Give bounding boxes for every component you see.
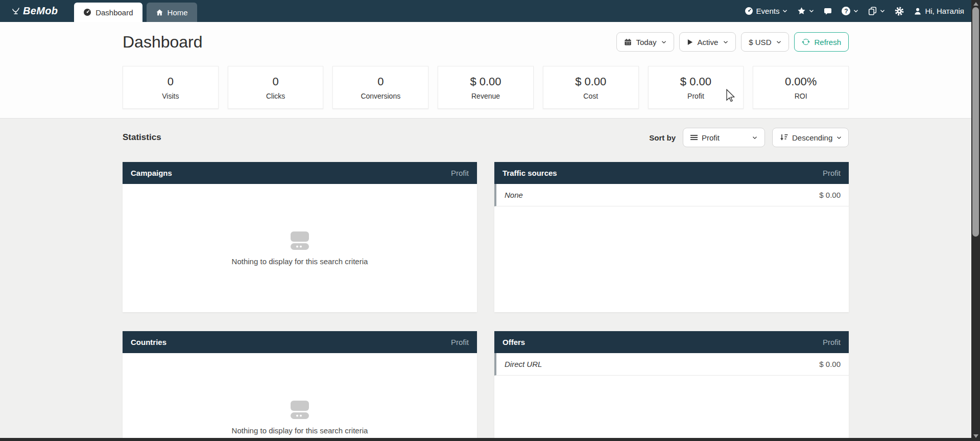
table-row[interactable]: Direct URL $ 0.00	[494, 353, 849, 376]
workspaces-menu[interactable]	[868, 7, 885, 15]
empty-state-text: Nothing to display for this search crite…	[232, 257, 368, 266]
sort-order-select[interactable]: Descending	[772, 128, 849, 147]
sort-field-select[interactable]: Profit	[683, 128, 765, 147]
bemob-logo[interactable]: BeMob	[11, 5, 58, 17]
chevron-down-icon	[782, 9, 787, 13]
empty-cards-icon	[288, 400, 312, 420]
app-viewport: BeMob Dashboard Home Events	[0, 0, 971, 441]
sort-by-label: Sort by	[649, 133, 676, 142]
empty-cards-icon	[288, 230, 312, 251]
status-filter-label: Active	[697, 38, 718, 47]
kpi-value: $ 0.00	[470, 75, 501, 88]
date-range-button[interactable]: Today	[616, 32, 674, 52]
panel-campaigns-header: Campaigns Profit	[123, 162, 477, 184]
kpi-label: Profit	[687, 92, 704, 100]
sort-descending-icon	[780, 134, 788, 141]
kpi-value: 0	[168, 75, 174, 88]
scrollbar-down-arrow[interactable]	[973, 434, 978, 438]
panel-metric: Profit	[823, 338, 841, 346]
row-name: None	[505, 191, 523, 199]
user-icon	[914, 7, 922, 15]
kpi-card-visits: 0 Visits	[123, 66, 219, 109]
navbar-right: Events ?	[745, 7, 971, 16]
panel-metric: Profit	[451, 338, 469, 346]
tab-dashboard-label: Dashboard	[95, 8, 133, 17]
kpi-value: $ 0.00	[680, 75, 711, 88]
panel-traffic-sources: Traffic sources Profit None $ 0.00	[494, 162, 849, 312]
panel-campaigns: Campaigns Profit Nothing to display for …	[123, 162, 477, 312]
panel-offers: Offers Profit Direct URL $ 0.00	[494, 331, 849, 441]
help-menu[interactable]: ?	[842, 7, 858, 15]
statistics-section: Statistics Sort by Profit	[0, 118, 971, 440]
gear-icon	[895, 7, 904, 16]
panel-countries: Countries Profit Nothing to display for …	[123, 331, 477, 441]
panel-metric: Profit	[823, 169, 841, 177]
kpi-label: Clicks	[266, 92, 285, 100]
events-menu[interactable]: Events	[745, 7, 788, 15]
kpi-card-clicks: 0 Clicks	[228, 66, 324, 109]
brand-name: BeMob	[23, 5, 58, 17]
panel-title: Traffic sources	[503, 169, 557, 177]
copy-stack-icon	[868, 7, 877, 15]
window-bottom-edge	[0, 438, 971, 441]
tab-home-label: Home	[168, 8, 188, 17]
sort-order-value: Descending	[792, 133, 832, 142]
favorites-menu[interactable]	[797, 7, 814, 15]
panel-countries-header: Countries Profit	[123, 331, 477, 353]
bemob-logo-icon	[11, 6, 20, 15]
kpi-card-conversions: 0 Conversions	[332, 66, 428, 109]
kpi-cards: 0 Visits 0 Clicks 0 Conversions $ 0.00 R…	[123, 66, 849, 109]
refresh-button[interactable]: Refresh	[794, 32, 849, 52]
page-title: Dashboard	[123, 33, 203, 52]
kpi-value: $ 0.00	[575, 75, 606, 88]
kpi-card-profit: $ 0.00 Profit	[648, 66, 744, 109]
empty-state: Nothing to display for this search crite…	[123, 184, 477, 312]
scrollbar-up-arrow[interactable]	[973, 2, 978, 6]
dashboard-header-section: Dashboard Today	[0, 22, 971, 118]
chevron-down-icon	[752, 136, 757, 140]
scrollbar-thumb[interactable]	[972, 7, 979, 237]
chevron-down-icon	[836, 136, 842, 140]
settings-button[interactable]	[895, 7, 904, 16]
vertical-scrollbar[interactable]	[971, 0, 980, 441]
row-value: $ 0.00	[819, 360, 841, 368]
kpi-card-cost: $ 0.00 Cost	[543, 66, 639, 109]
gauge-icon	[83, 8, 91, 16]
currency-button[interactable]: $ USD	[741, 32, 789, 52]
chevron-down-icon	[776, 40, 781, 44]
chevron-down-icon	[661, 40, 666, 44]
user-menu[interactable]: Hi, Наталія	[914, 7, 964, 15]
play-icon	[687, 39, 693, 45]
currency-label: $ USD	[749, 38, 771, 47]
kpi-value: 0.00%	[785, 75, 817, 88]
events-label: Events	[756, 7, 780, 15]
kpi-label: Revenue	[471, 92, 500, 100]
chat-button[interactable]	[824, 7, 832, 15]
star-icon	[797, 7, 806, 15]
kpi-label: Cost	[583, 92, 598, 100]
table-row[interactable]: None $ 0.00	[494, 184, 849, 206]
events-gauge-icon	[745, 7, 753, 15]
refresh-label: Refresh	[814, 38, 841, 47]
date-range-label: Today	[636, 38, 656, 47]
row-name: Direct URL	[505, 360, 542, 368]
question-icon: ?	[842, 7, 850, 15]
refresh-icon	[802, 38, 810, 46]
sort-controls: Sort by Profit Desce	[649, 128, 849, 147]
tab-home[interactable]: Home	[147, 3, 197, 22]
tab-dashboard[interactable]: Dashboard	[74, 3, 142, 22]
status-filter-button[interactable]: Active	[679, 32, 736, 52]
empty-state-text: Nothing to display for this search crite…	[232, 426, 368, 435]
statistics-panels: Campaigns Profit Nothing to display for …	[123, 162, 849, 441]
chat-icon	[824, 7, 832, 15]
panel-metric: Profit	[451, 169, 469, 177]
statistics-heading: Statistics	[123, 132, 161, 143]
kpi-label: Visits	[162, 92, 179, 100]
dashboard-toolbar: Today Active	[616, 32, 849, 52]
kpi-label: Conversions	[361, 92, 400, 100]
kpi-value: 0	[377, 75, 384, 88]
panel-title: Countries	[131, 338, 166, 346]
row-value: $ 0.00	[819, 191, 841, 199]
chevron-down-icon	[853, 9, 858, 13]
empty-state: Nothing to display for this search crite…	[123, 353, 477, 441]
